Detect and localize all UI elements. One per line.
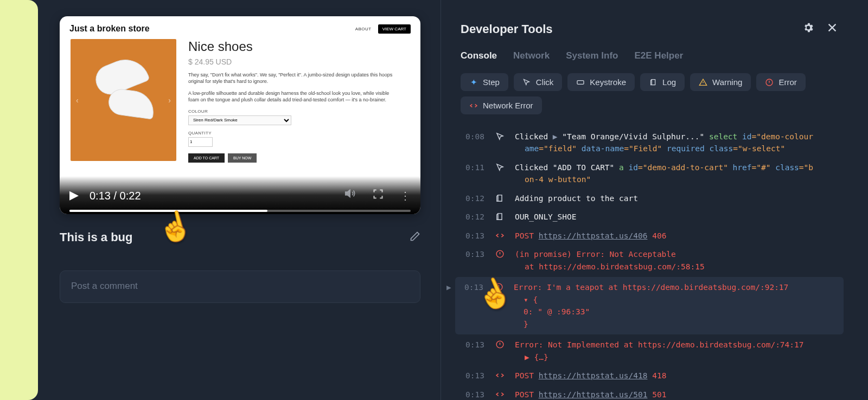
log-row[interactable]: 0:13POST https://httpstat.us/406 406 <box>461 227 838 245</box>
log-timestamp: 0:12 <box>461 211 484 223</box>
qty-input[interactable] <box>188 137 213 147</box>
log-timestamp: 0:13 <box>461 248 484 260</box>
video-current-time: 0:13 <box>90 190 111 202</box>
log-row[interactable]: 0:12Adding product to the cart <box>461 189 838 208</box>
log-message: (in promise) Error: Not Acceptable at ht… <box>515 248 838 273</box>
about-link[interactable]: ABOUT <box>355 27 372 31</box>
fullscreen-icon[interactable] <box>373 189 384 202</box>
view-cart-button[interactable]: VIEW CART <box>378 24 411 34</box>
step-icon: ✦ <box>469 78 478 87</box>
devtools-panel: Developer Tools Console Network System I… <box>441 0 850 400</box>
cursor-icon <box>522 78 531 87</box>
video-total-time: 0:22 <box>120 190 141 202</box>
tab-console[interactable]: Console <box>461 50 497 61</box>
filter-error[interactable]: Error <box>756 73 805 91</box>
log-message: Clicked "ADD TO CART" a id="demo-add-to-… <box>515 162 838 186</box>
app-sidebar-stripe <box>0 0 38 400</box>
buy-now-button[interactable]: BUY NOW <box>228 153 257 163</box>
add-to-cart-button[interactable]: ADD TO CART <box>188 153 225 163</box>
log-message: Error: Not Implemented at https://demo.b… <box>515 339 838 363</box>
bug-title-row: This is a bug <box>60 230 420 244</box>
error-icon <box>765 78 774 87</box>
log-timestamp: 0:13 <box>461 370 484 382</box>
devtools-filters: ✦ Step Click Keystroke Log Warning <box>461 73 838 114</box>
filter-network-error[interactable]: Network Error <box>461 96 542 114</box>
log-message: POST https://httpstat.us/406 406 <box>515 230 838 242</box>
filter-log[interactable]: Log <box>640 73 685 91</box>
log-row[interactable]: 0:12OUR_ONLY_SHOE <box>461 208 838 226</box>
log-row[interactable]: 0:11Clicked "ADD TO CART" a id="demo-add… <box>461 158 838 189</box>
expand-icon[interactable]: ▶ <box>446 281 452 293</box>
log-timestamp: 0:11 <box>461 162 484 173</box>
product-name: Nice shoes <box>188 39 393 54</box>
error-icon <box>494 339 505 349</box>
cursor-icon <box>494 162 505 172</box>
store-nav: ABOUT VIEW CART <box>355 24 411 34</box>
devtools-header: Developer Tools <box>461 22 838 36</box>
net-icon <box>494 230 505 240</box>
session-video: Just a broken store ABOUT VIEW CART ‹ › … <box>60 16 420 214</box>
log-timestamp: 0:08 <box>461 131 484 143</box>
filter-click[interactable]: Click <box>514 73 563 91</box>
carousel-prev-icon[interactable]: ‹ <box>74 94 81 107</box>
product-image: ‹ › <box>71 39 176 161</box>
store-header: Just a broken store ABOUT VIEW CART <box>60 16 420 37</box>
product-details: Nice shoes $ 24.95 USD They say, "Don't … <box>188 39 410 163</box>
tab-network[interactable]: Network <box>513 50 550 61</box>
log-timestamp: 0:13 <box>461 230 484 242</box>
log-message: Adding product to the cart <box>515 192 838 204</box>
log-row[interactable]: 0:13POST https://httpstat.us/501 501 <box>461 385 838 401</box>
log-timestamp: 0:13 <box>461 339 484 351</box>
log-row[interactable]: 0:13POST https://httpstat.us/418 418 <box>461 366 838 385</box>
more-icon[interactable]: ⋮ <box>400 189 411 202</box>
log-icon <box>494 192 505 203</box>
filter-keystroke[interactable]: Keystroke <box>567 73 635 91</box>
log-message: Error: I'm a teapot at https://demo.bird… <box>514 281 838 330</box>
close-icon[interactable] <box>826 22 838 36</box>
net-icon <box>494 370 505 380</box>
log-icon <box>494 211 505 221</box>
log-row[interactable]: 0:13(in promise) Error: Not Acceptable a… <box>461 245 838 276</box>
colour-label: COLOUR <box>188 109 393 114</box>
log-icon <box>649 78 658 87</box>
keyboard-icon <box>576 78 585 87</box>
qty-label: QUANTITY <box>188 131 393 136</box>
log-message: POST https://httpstat.us/418 418 <box>515 370 838 382</box>
store-title: Just a broken store <box>69 24 150 34</box>
bug-title: This is a bug <box>60 230 132 244</box>
net-icon <box>494 389 505 399</box>
error-icon <box>494 248 505 259</box>
colour-select[interactable]: Siren Red/Dark Smoke <box>188 115 291 125</box>
log-row[interactable]: 0:13Error: Not Implemented at https://de… <box>461 336 838 366</box>
devtools-title: Developer Tools <box>461 22 553 36</box>
tab-system-info[interactable]: System Info <box>566 50 618 61</box>
filter-warning[interactable]: Warning <box>690 73 751 91</box>
log-timestamp: 0:13 <box>461 389 484 401</box>
warning-icon <box>699 78 707 87</box>
log-row[interactable]: ▶0:13Error: I'm a teapot at https://demo… <box>455 277 844 334</box>
cursor-icon <box>494 131 505 141</box>
video-controls: ▶ 0:13 / 0:22 ⋮ <box>60 176 420 214</box>
devtools-tabs: Console Network System Info E2E Helper <box>461 50 838 61</box>
volume-icon[interactable] <box>344 188 356 202</box>
product-desc-1: They say, "Don't fix what works". We say… <box>188 72 393 85</box>
play-icon[interactable]: ▶ <box>69 188 79 202</box>
tab-e2e-helper[interactable]: E2E Helper <box>635 50 684 61</box>
filter-step[interactable]: ✦ Step <box>461 73 508 91</box>
carousel-next-icon[interactable]: › <box>166 94 173 107</box>
log-message: Clicked ▶ "Team Orange/Vivid Sulphur..."… <box>515 131 838 155</box>
comment-input[interactable]: Post a comment <box>60 270 420 303</box>
edit-icon[interactable] <box>410 231 420 244</box>
svg-marker-0 <box>346 190 350 197</box>
console-log-list: 0:08Clicked ▶ "Team Orange/Vivid Sulphur… <box>461 127 838 400</box>
main-panel: Just a broken store ABOUT VIEW CART ‹ › … <box>43 0 434 400</box>
product-desc-2: A low-profile silhouette and durable des… <box>188 90 393 103</box>
video-progress[interactable] <box>69 210 411 212</box>
svg-rect-1 <box>577 80 584 84</box>
settings-icon[interactable] <box>802 22 814 36</box>
log-row[interactable]: 0:08Clicked ▶ "Team Orange/Vivid Sulphur… <box>461 127 838 158</box>
log-message: POST https://httpstat.us/501 501 <box>515 389 838 401</box>
log-timestamp: 0:12 <box>461 192 484 204</box>
log-message: OUR_ONLY_SHOE <box>515 211 838 223</box>
store-body: ‹ › Nice shoes $ 24.95 USD They say, "Do… <box>60 37 420 165</box>
